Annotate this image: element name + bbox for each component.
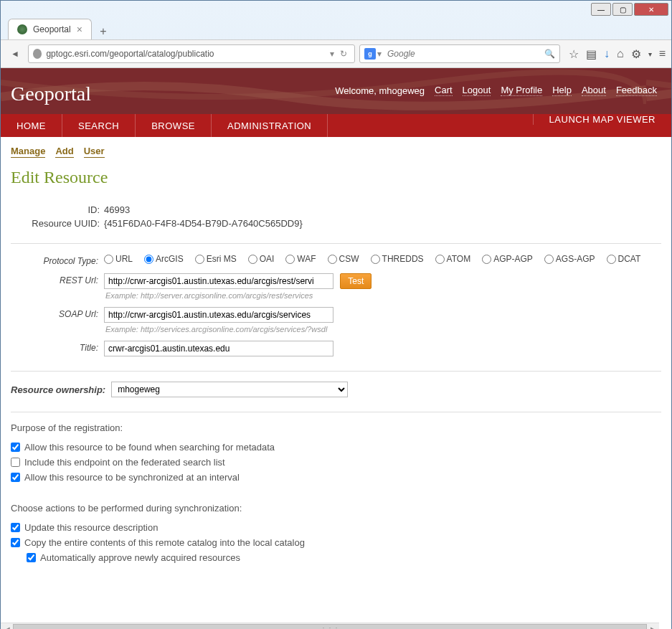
protocol-radio-thredds[interactable]: THREDDS xyxy=(371,254,424,264)
close-button[interactable]: ✕ xyxy=(634,3,668,16)
new-tab-button[interactable]: + xyxy=(95,24,112,39)
protocol-radio-label: URL xyxy=(115,254,133,264)
protocol-radio-waf[interactable]: WAF xyxy=(285,254,316,264)
protocol-radio-oai[interactable]: OAI xyxy=(248,254,275,264)
top-link-feedback[interactable]: Feedback xyxy=(616,85,657,96)
protocol-radio-input[interactable] xyxy=(371,255,380,264)
downloads-icon[interactable]: ↓ xyxy=(604,47,610,60)
minimize-button[interactable]: — xyxy=(591,3,611,16)
browser-toolbar: ◄ ▾ ↻ g ▾ 🔍 ☆ ▤ ↓ ⌂ ⚙ ▾ ≡ xyxy=(1,39,671,68)
tab-close-icon[interactable]: × xyxy=(77,24,82,35)
search-provider-dropdown[interactable]: ▾ xyxy=(376,49,383,59)
purpose-row: Include this endpoint on the federated s… xyxy=(11,457,661,468)
search-input[interactable] xyxy=(387,49,544,59)
scroll-thumb[interactable]: ⋮⋮⋮ xyxy=(13,624,647,630)
top-link-my-profile[interactable]: My Profile xyxy=(501,85,542,96)
browser-tab[interactable]: Geoportal × xyxy=(8,19,92,39)
purpose-row: Allow this resource to be found when sea… xyxy=(11,442,661,453)
search-icon[interactable]: 🔍 xyxy=(544,49,555,59)
rest-url-label: REST Url: xyxy=(11,273,104,285)
protocol-radio-url[interactable]: URL xyxy=(104,254,133,264)
id-label: ID: xyxy=(11,204,104,215)
welcome-text: Welcome, mhogeweg xyxy=(335,85,425,96)
protocol-radio-input[interactable] xyxy=(328,255,337,264)
protocol-radio-csw[interactable]: CSW xyxy=(328,254,359,264)
site-banner: Geoportal Welcome, mhogeweg Cart Logout … xyxy=(1,68,671,114)
protocol-radio-input[interactable] xyxy=(195,255,204,264)
subnav-add[interactable]: Add xyxy=(55,146,73,158)
protocol-radio-label: WAF xyxy=(297,254,316,264)
ownership-select[interactable]: mhogeweg xyxy=(111,382,348,397)
sync-checkbox-1[interactable] xyxy=(11,538,20,547)
back-button[interactable]: ◄ xyxy=(6,45,24,62)
subnav-user[interactable]: User xyxy=(84,146,105,158)
protocol-radio-atom[interactable]: ATOM xyxy=(435,254,471,264)
search-bar[interactable]: g ▾ 🔍 xyxy=(359,44,560,63)
reload-icon[interactable]: ↻ xyxy=(337,49,350,59)
test-button[interactable]: Test xyxy=(340,273,372,289)
protocol-radio-ags-agp[interactable]: AGS-AGP xyxy=(544,254,595,264)
subnav-manage[interactable]: Manage xyxy=(11,146,45,158)
protocol-radio-label: ArcGIS xyxy=(156,254,184,264)
url-input[interactable] xyxy=(46,49,327,59)
maximize-button[interactable]: ▢ xyxy=(612,3,633,16)
purpose-checkbox-1[interactable] xyxy=(11,458,20,467)
id-value: 46993 xyxy=(104,204,130,215)
top-link-cart[interactable]: Cart xyxy=(435,85,453,96)
sub-nav: Manage Add User xyxy=(11,146,661,158)
protocol-radio-esri-ms[interactable]: Esri MS xyxy=(195,254,237,264)
protocol-radio-input[interactable] xyxy=(544,255,554,264)
nav-search[interactable]: SEARCH xyxy=(62,114,136,137)
uuid-value: {451F6DA0-F4F8-4D54-B79D-A7640C565DD9} xyxy=(104,218,303,229)
title-input[interactable] xyxy=(104,341,333,356)
protocol-radio-input[interactable] xyxy=(144,255,153,264)
nav-administration[interactable]: ADMINISTRATION xyxy=(212,114,328,137)
home-icon[interactable]: ⌂ xyxy=(617,47,624,60)
protocol-type-label: Protocol Type: xyxy=(11,254,104,266)
protocol-radio-input[interactable] xyxy=(248,255,257,264)
nav-home[interactable]: HOME xyxy=(1,114,62,137)
toolbar-dropdown-icon[interactable]: ▾ xyxy=(648,50,652,58)
extension-icon[interactable]: ⚙ xyxy=(631,47,641,61)
top-link-help[interactable]: Help xyxy=(552,85,572,96)
purpose-checkbox-2[interactable] xyxy=(11,473,20,482)
hamburger-menu-icon[interactable]: ≡ xyxy=(659,47,666,60)
scroll-left-arrow[interactable]: ◀ xyxy=(1,624,13,630)
protocol-radio-input[interactable] xyxy=(607,255,616,264)
protocol-radio-input[interactable] xyxy=(285,255,295,264)
protocol-radio-arcgis[interactable]: ArcGIS xyxy=(144,254,184,264)
purpose-checkbox-0[interactable] xyxy=(11,443,20,452)
protocol-radio-label: AGS-AGP xyxy=(556,254,595,264)
protocol-radio-input[interactable] xyxy=(435,255,445,264)
protocol-radio-input[interactable] xyxy=(104,255,113,264)
protocol-radio-dcat[interactable]: DCAT xyxy=(607,254,641,264)
site-title: Geoportal xyxy=(11,72,91,105)
soap-url-example: Example: http://services.arcgisonline.co… xyxy=(105,325,661,334)
purpose-label-2: Allow this resource to be synchronized a… xyxy=(24,472,240,483)
page-content: Geoportal Welcome, mhogeweg Cart Logout … xyxy=(1,68,671,629)
sync-checkbox-0[interactable] xyxy=(11,523,20,532)
library-icon[interactable]: ▤ xyxy=(586,47,597,61)
protocol-radio-label: DCAT xyxy=(618,254,641,264)
rest-url-input[interactable] xyxy=(104,273,333,289)
scroll-track[interactable]: ⋮⋮⋮ xyxy=(13,624,647,630)
sync-checkbox-2[interactable] xyxy=(27,553,36,562)
soap-url-input[interactable] xyxy=(104,307,333,323)
top-link-about[interactable]: About xyxy=(582,85,606,96)
address-bar[interactable]: ▾ ↻ xyxy=(28,44,355,63)
horizontal-scrollbar[interactable]: ◀ ⋮⋮⋮ ▶ xyxy=(1,623,659,629)
scroll-right-arrow[interactable]: ▶ xyxy=(647,624,659,630)
rest-url-example: Example: http://server.arcgisonline.com/… xyxy=(105,291,661,300)
nav-launch-map-viewer[interactable]: LAUNCH MAP VIEWER xyxy=(533,114,671,125)
bookmark-star-icon[interactable]: ☆ xyxy=(569,47,579,61)
title-label: Title: xyxy=(11,341,104,353)
dropdown-icon[interactable]: ▾ xyxy=(327,49,337,59)
nav-browse[interactable]: BROWSE xyxy=(136,114,212,137)
protocol-radio-input[interactable] xyxy=(482,255,491,264)
top-link-logout[interactable]: Logout xyxy=(463,85,491,96)
protocol-radio-agp-agp[interactable]: AGP-AGP xyxy=(482,254,533,264)
main-nav: HOME SEARCH BROWSE ADMINISTRATION LAUNCH… xyxy=(1,114,671,137)
purpose-row: Allow this resource to be synchronized a… xyxy=(11,472,661,483)
top-links: Welcome, mhogeweg Cart Logout My Profile… xyxy=(335,72,657,105)
sync-row: Copy the entire contents of this remote … xyxy=(11,537,661,548)
